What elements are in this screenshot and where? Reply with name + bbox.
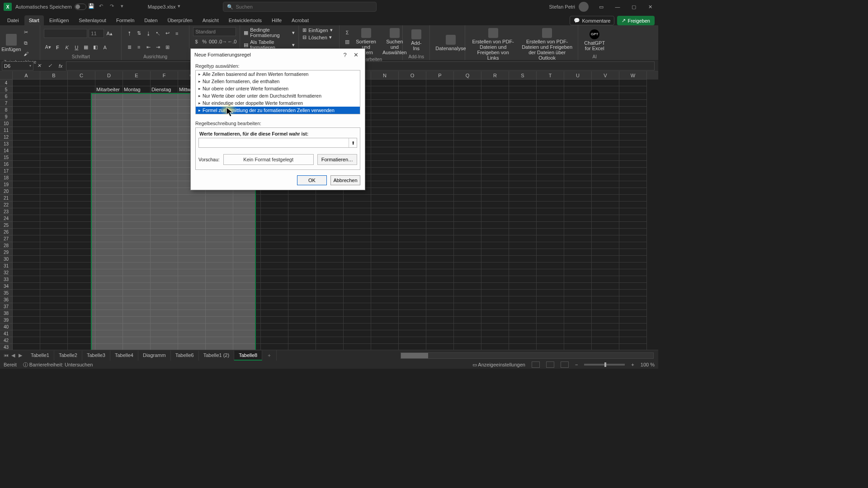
- cell[interactable]: [95, 154, 123, 161]
- cell[interactable]: [316, 337, 344, 344]
- cell[interactable]: [371, 161, 399, 168]
- cell[interactable]: [399, 215, 426, 222]
- cell[interactable]: [151, 195, 178, 202]
- cell[interactable]: [40, 134, 68, 141]
- cell[interactable]: [564, 161, 592, 168]
- cell[interactable]: [399, 296, 426, 303]
- cell[interactable]: [537, 263, 564, 269]
- cell[interactable]: [316, 330, 344, 337]
- cell[interactable]: Dienstag: [151, 86, 178, 93]
- row-header[interactable]: 40: [0, 324, 13, 330]
- cell[interactable]: [399, 134, 426, 141]
- cell[interactable]: [123, 127, 151, 134]
- sheet-tab[interactable]: Tabelle8: [234, 351, 262, 361]
- font-size-input[interactable]: 11: [89, 29, 104, 38]
- cell[interactable]: [371, 168, 399, 174]
- cell[interactable]: [13, 120, 40, 127]
- cell[interactable]: [95, 330, 123, 337]
- cell[interactable]: [371, 202, 399, 208]
- ribbon-tab-hilfe[interactable]: Hilfe: [267, 15, 286, 25]
- cell[interactable]: [178, 303, 206, 310]
- cell[interactable]: [344, 242, 371, 249]
- cell[interactable]: [592, 290, 619, 296]
- column-header[interactable]: E: [123, 71, 151, 80]
- format-painter-icon[interactable]: 🖌: [21, 49, 31, 59]
- cell[interactable]: [95, 222, 123, 229]
- cell[interactable]: [123, 324, 151, 330]
- cell[interactable]: [95, 269, 123, 276]
- cut-icon[interactable]: ✂: [21, 27, 31, 37]
- font-name-input[interactable]: [44, 29, 87, 38]
- row-header[interactable]: 12: [0, 134, 13, 141]
- cell[interactable]: [233, 202, 261, 208]
- cell[interactable]: [537, 174, 564, 181]
- cell[interactable]: [426, 208, 454, 215]
- cell[interactable]: [13, 242, 40, 249]
- cell[interactable]: [564, 147, 592, 154]
- cell[interactable]: [261, 222, 288, 229]
- cell[interactable]: [13, 147, 40, 154]
- cell[interactable]: [13, 161, 40, 168]
- cell[interactable]: [123, 296, 151, 303]
- conditional-formatting-button[interactable]: ▦ Bedingte Formatierung▾: [244, 27, 295, 38]
- cell[interactable]: [178, 235, 206, 242]
- cell[interactable]: [426, 93, 454, 100]
- cell[interactable]: [288, 269, 316, 276]
- ribbon-display-icon[interactable]: ▭: [593, 0, 609, 14]
- cell[interactable]: [40, 324, 68, 330]
- cell[interactable]: [592, 147, 619, 154]
- cell[interactable]: [95, 296, 123, 303]
- cell[interactable]: [233, 263, 261, 269]
- cell[interactable]: [399, 229, 426, 235]
- cell[interactable]: [454, 256, 481, 263]
- column-header[interactable]: R: [481, 71, 509, 80]
- wrap-text-icon[interactable]: ↩: [163, 29, 171, 38]
- cell[interactable]: [151, 324, 178, 330]
- cell[interactable]: [95, 93, 123, 100]
- cell[interactable]: [537, 154, 564, 161]
- cell[interactable]: [592, 161, 619, 168]
- cell[interactable]: [233, 256, 261, 263]
- cell[interactable]: [399, 337, 426, 344]
- sheet-nav-prev-icon[interactable]: ◀: [10, 352, 16, 358]
- cell[interactable]: [481, 168, 509, 174]
- cell[interactable]: [288, 235, 316, 242]
- orientation-icon[interactable]: ⭦: [154, 29, 162, 38]
- cell[interactable]: [399, 127, 426, 134]
- cell[interactable]: [288, 256, 316, 263]
- cell[interactable]: [564, 249, 592, 256]
- cell[interactable]: [537, 147, 564, 154]
- cell[interactable]: [426, 134, 454, 141]
- cell[interactable]: [261, 317, 288, 324]
- cell[interactable]: [481, 283, 509, 290]
- cell[interactable]: [454, 161, 481, 168]
- cell[interactable]: [537, 337, 564, 344]
- cell[interactable]: [564, 202, 592, 208]
- cell[interactable]: [233, 276, 261, 283]
- align-top-icon[interactable]: ⭱: [125, 29, 133, 38]
- cell[interactable]: [68, 195, 95, 202]
- cell[interactable]: [454, 242, 481, 249]
- cell[interactable]: [233, 296, 261, 303]
- cell[interactable]: [206, 283, 233, 290]
- cell[interactable]: [178, 249, 206, 256]
- cell[interactable]: [426, 263, 454, 269]
- cell[interactable]: [40, 283, 68, 290]
- cell[interactable]: [454, 296, 481, 303]
- cell[interactable]: [537, 222, 564, 229]
- cell[interactable]: [316, 208, 344, 215]
- cell[interactable]: [151, 202, 178, 208]
- cell[interactable]: [123, 290, 151, 296]
- cell[interactable]: [619, 195, 647, 202]
- cell[interactable]: [316, 235, 344, 242]
- cell[interactable]: [344, 296, 371, 303]
- cell[interactable]: [481, 161, 509, 168]
- cell[interactable]: [371, 229, 399, 235]
- cell[interactable]: [206, 229, 233, 235]
- cell[interactable]: [288, 324, 316, 330]
- cell[interactable]: [13, 235, 40, 242]
- cell[interactable]: [371, 195, 399, 202]
- cell[interactable]: [95, 127, 123, 134]
- cell[interactable]: [537, 310, 564, 317]
- cell[interactable]: [426, 283, 454, 290]
